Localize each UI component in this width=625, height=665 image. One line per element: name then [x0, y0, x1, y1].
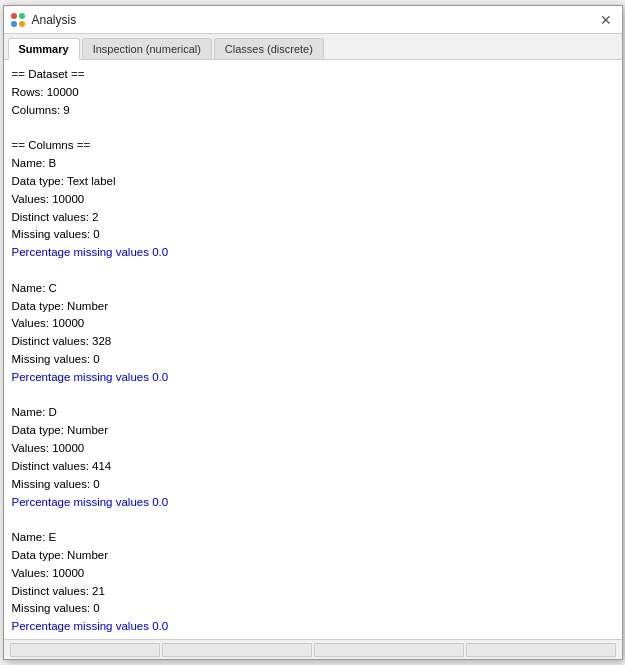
- summary-line: Data type: Number: [12, 422, 614, 440]
- svg-point-1: [19, 13, 25, 19]
- summary-line: Columns: 9: [12, 102, 614, 120]
- summary-blank: [12, 511, 614, 529]
- window-title: Analysis: [32, 13, 77, 27]
- summary-line: Missing values: 0: [12, 476, 614, 494]
- summary-line: Distinct values: 328: [12, 333, 614, 351]
- summary-line: == Dataset ==: [12, 66, 614, 84]
- close-button[interactable]: ✕: [596, 11, 616, 29]
- status-seg-2: [162, 643, 312, 657]
- summary-panel[interactable]: == Dataset ==Rows: 10000Columns: 9 == Co…: [4, 60, 622, 639]
- status-seg-3: [314, 643, 464, 657]
- summary-line: Percentage missing values 0.0: [12, 244, 614, 262]
- svg-point-0: [11, 13, 17, 19]
- title-bar: Analysis ✕: [4, 6, 622, 34]
- svg-point-3: [19, 21, 25, 27]
- summary-line: Rows: 10000: [12, 84, 614, 102]
- summary-line: Missing values: 0: [12, 600, 614, 618]
- summary-line: Name: B: [12, 155, 614, 173]
- status-segments: [10, 643, 616, 657]
- summary-line: Values: 10000: [12, 191, 614, 209]
- summary-line: Values: 10000: [12, 440, 614, 458]
- tab-summary[interactable]: Summary: [8, 38, 80, 60]
- summary-blank: [12, 262, 614, 280]
- summary-line: Missing values: 0: [12, 351, 614, 369]
- summary-line: Distinct values: 414: [12, 458, 614, 476]
- summary-line: Distinct values: 2: [12, 209, 614, 227]
- analysis-window: Analysis ✕ Summary Inspection (numerical…: [3, 5, 623, 660]
- summary-line: Missing values: 0: [12, 226, 614, 244]
- summary-line: Percentage missing values 0.0: [12, 494, 614, 512]
- tab-inspection[interactable]: Inspection (numerical): [82, 38, 212, 59]
- status-seg-4: [466, 643, 616, 657]
- summary-blank: [12, 387, 614, 405]
- summary-line: Data type: Number: [12, 298, 614, 316]
- status-bar: [4, 639, 622, 659]
- summary-line: Percentage missing values 0.0: [12, 618, 614, 636]
- summary-line: Values: 10000: [12, 315, 614, 333]
- content-area: == Dataset ==Rows: 10000Columns: 9 == Co…: [4, 60, 622, 639]
- analysis-icon: [10, 12, 26, 28]
- summary-line: == Columns ==: [12, 137, 614, 155]
- summary-line: Percentage missing values 0.0: [12, 369, 614, 387]
- summary-line: Name: E: [12, 529, 614, 547]
- summary-line: Data type: Text label: [12, 173, 614, 191]
- tab-bar: Summary Inspection (numerical) Classes (…: [4, 34, 622, 60]
- summary-line: Name: D: [12, 404, 614, 422]
- svg-point-2: [11, 21, 17, 27]
- status-seg-1: [10, 643, 160, 657]
- summary-line: Name: C: [12, 280, 614, 298]
- summary-line: Data type: Number: [12, 547, 614, 565]
- summary-line: Values: 10000: [12, 565, 614, 583]
- title-bar-left: Analysis: [10, 12, 77, 28]
- summary-blank: [12, 119, 614, 137]
- summary-line: Distinct values: 21: [12, 583, 614, 601]
- tab-classes[interactable]: Classes (discrete): [214, 38, 324, 59]
